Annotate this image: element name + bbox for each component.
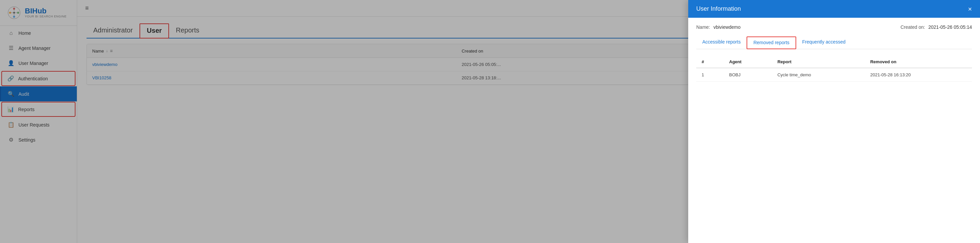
row-report: Cycle time_demo [772,68,865,82]
modal-body: Name: vbiviewdemo Created on: 2021-05-26… [688,18,980,243]
table-row: 1 BOBJ Cycle time_demo 2021-05-28 16:13:… [696,68,972,82]
modal-close-button[interactable]: × [968,6,972,13]
row-num: 1 [696,68,724,82]
modal-created-label: Created on: [900,24,925,30]
modal-tab-removed[interactable]: Removed reports [746,36,796,49]
user-info-modal: User Information × Name: vbiviewdemo Cre… [688,0,980,243]
col-removed-on: Removed on [865,56,972,68]
row-removed-on: 2021-05-28 16:13:20 [865,68,972,82]
modal-name-label: Name: [696,24,710,30]
modal-tab-accessible[interactable]: Accessible reports [696,36,746,49]
modal-created-value: 2021-05-26 05:05:14 [928,24,972,30]
modal-name-value: vbiviewdemo [713,24,741,30]
modal-meta: Name: vbiviewdemo Created on: 2021-05-26… [696,24,972,30]
row-agent: BOBJ [724,68,772,82]
col-report: Report [772,56,865,68]
modal-title: User Information [696,5,741,13]
removed-reports-table: # Agent Report Removed on 1 BOBJ Cycle t… [696,56,972,82]
col-agent: Agent [724,56,772,68]
modal-header: User Information × [688,0,980,18]
modal-created: Created on: 2021-05-26 05:05:14 [900,24,972,30]
modal-overlay: User Information × Name: vbiviewdemo Cre… [0,0,980,243]
col-num: # [696,56,724,68]
modal-tab-frequently[interactable]: Frequently accessed [796,36,851,49]
modal-name: Name: vbiviewdemo [696,24,741,30]
modal-tabs: Accessible reports Removed reports Frequ… [696,36,972,49]
